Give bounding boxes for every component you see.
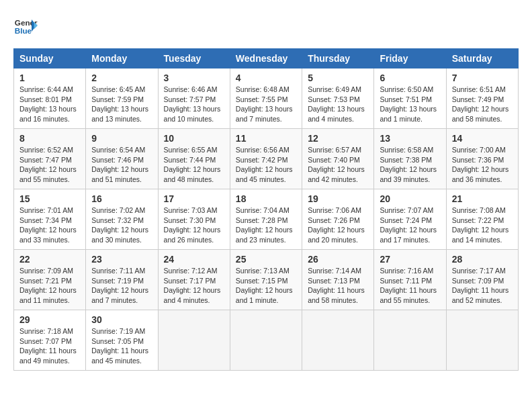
day-info: Sunrise: 6:50 AMSunset: 7:51 PMDaylight:…	[380, 85, 440, 124]
day-number: 23	[91, 254, 152, 265]
day-number: 14	[452, 133, 513, 144]
day-info: Sunrise: 6:48 AMSunset: 7:55 PMDaylight:…	[236, 85, 296, 124]
day-number: 5	[308, 73, 368, 83]
day-number: 15	[19, 193, 80, 204]
calendar-cell: 1 Sunrise: 6:44 AMSunset: 8:01 PMDayligh…	[14, 68, 86, 129]
header-monday: Monday	[86, 49, 158, 68]
day-info: Sunrise: 6:44 AMSunset: 8:01 PMDaylight:…	[19, 85, 80, 124]
day-number: 7	[452, 73, 513, 83]
day-number: 22	[19, 254, 80, 265]
day-info: Sunrise: 7:14 AMSunset: 7:13 PMDaylight:…	[308, 266, 368, 306]
calendar-cell: 22 Sunrise: 7:09 AMSunset: 7:21 PMDaylig…	[14, 250, 86, 310]
calendar-cell: 23 Sunrise: 7:11 AMSunset: 7:19 PMDaylig…	[86, 250, 158, 310]
header-wednesday: Wednesday	[230, 49, 302, 68]
day-number: 21	[452, 193, 513, 204]
header-thursday: Thursday	[302, 49, 374, 68]
calendar-cell	[302, 310, 374, 371]
calendar-cell	[158, 310, 230, 371]
day-info: Sunrise: 6:57 AMSunset: 7:40 PMDaylight:…	[308, 145, 368, 185]
day-info: Sunrise: 6:55 AMSunset: 7:44 PMDaylight:…	[164, 145, 224, 185]
day-number: 19	[308, 193, 368, 204]
calendar-week-3: 15 Sunrise: 7:01 AMSunset: 7:34 PMDaylig…	[14, 189, 519, 250]
day-number: 25	[236, 254, 296, 265]
day-number: 9	[91, 133, 152, 144]
day-number: 30	[91, 314, 152, 325]
day-number: 26	[308, 254, 368, 265]
calendar-cell: 7 Sunrise: 6:51 AMSunset: 7:49 PMDayligh…	[446, 68, 518, 129]
day-info: Sunrise: 6:49 AMSunset: 7:53 PMDaylight:…	[308, 85, 368, 124]
day-number: 27	[380, 254, 440, 265]
day-info: Sunrise: 6:46 AMSunset: 7:57 PMDaylight:…	[164, 85, 224, 124]
day-info: Sunrise: 6:45 AMSunset: 7:59 PMDaylight:…	[91, 85, 152, 124]
calendar-cell: 11 Sunrise: 6:56 AMSunset: 7:42 PMDaylig…	[230, 129, 302, 189]
day-number: 1	[19, 73, 80, 83]
day-info: Sunrise: 6:52 AMSunset: 7:47 PMDaylight:…	[19, 145, 80, 185]
day-info: Sunrise: 7:02 AMSunset: 7:32 PMDaylight:…	[91, 205, 152, 245]
header-sunday: Sunday	[14, 49, 86, 68]
logo-icon: General Blue	[13, 13, 38, 38]
calendar-cell: 8 Sunrise: 6:52 AMSunset: 7:47 PMDayligh…	[14, 129, 86, 189]
calendar-cell: 27 Sunrise: 7:16 AMSunset: 7:11 PMDaylig…	[374, 250, 446, 310]
calendar-week-2: 8 Sunrise: 6:52 AMSunset: 7:47 PMDayligh…	[14, 129, 519, 189]
day-number: 28	[452, 254, 513, 265]
calendar-cell: 4 Sunrise: 6:48 AMSunset: 7:55 PMDayligh…	[230, 68, 302, 129]
calendar-cell: 18 Sunrise: 7:04 AMSunset: 7:28 PMDaylig…	[230, 189, 302, 250]
calendar-week-5: 29 Sunrise: 7:18 AMSunset: 7:07 PMDaylig…	[14, 310, 519, 371]
day-info: Sunrise: 6:58 AMSunset: 7:38 PMDaylight:…	[380, 145, 440, 185]
calendar-week-1: 1 Sunrise: 6:44 AMSunset: 8:01 PMDayligh…	[14, 68, 519, 129]
day-info: Sunrise: 7:07 AMSunset: 7:24 PMDaylight:…	[380, 205, 440, 245]
day-number: 24	[164, 254, 224, 265]
day-number: 16	[91, 193, 152, 204]
day-info: Sunrise: 7:09 AMSunset: 7:21 PMDaylight:…	[19, 266, 80, 306]
calendar-cell: 14 Sunrise: 7:00 AMSunset: 7:36 PMDaylig…	[446, 129, 518, 189]
day-info: Sunrise: 7:11 AMSunset: 7:19 PMDaylight:…	[91, 266, 152, 306]
day-number: 4	[236, 73, 296, 83]
day-number: 8	[19, 133, 80, 144]
page-header: General Blue	[13, 13, 519, 38]
day-info: Sunrise: 7:08 AMSunset: 7:22 PMDaylight:…	[452, 205, 513, 245]
logo: General Blue	[13, 13, 38, 38]
calendar-cell: 24 Sunrise: 7:12 AMSunset: 7:17 PMDaylig…	[158, 250, 230, 310]
calendar-cell: 17 Sunrise: 7:03 AMSunset: 7:30 PMDaylig…	[158, 189, 230, 250]
svg-text:Blue: Blue	[15, 26, 32, 35]
calendar-cell	[446, 310, 518, 371]
day-info: Sunrise: 6:51 AMSunset: 7:49 PMDaylight:…	[452, 85, 513, 124]
calendar-cell: 15 Sunrise: 7:01 AMSunset: 7:34 PMDaylig…	[14, 189, 86, 250]
header-tuesday: Tuesday	[158, 49, 230, 68]
calendar-cell: 29 Sunrise: 7:18 AMSunset: 7:07 PMDaylig…	[14, 310, 86, 371]
calendar-cell	[230, 310, 302, 371]
calendar-cell: 5 Sunrise: 6:49 AMSunset: 7:53 PMDayligh…	[302, 68, 374, 129]
calendar-cell	[374, 310, 446, 371]
day-info: Sunrise: 7:17 AMSunset: 7:09 PMDaylight:…	[452, 266, 513, 306]
calendar-week-4: 22 Sunrise: 7:09 AMSunset: 7:21 PMDaylig…	[14, 250, 519, 310]
day-number: 10	[164, 133, 224, 144]
calendar-cell: 2 Sunrise: 6:45 AMSunset: 7:59 PMDayligh…	[86, 68, 158, 129]
day-number: 11	[236, 133, 296, 144]
calendar-cell: 26 Sunrise: 7:14 AMSunset: 7:13 PMDaylig…	[302, 250, 374, 310]
day-number: 17	[164, 193, 224, 204]
calendar-cell: 16 Sunrise: 7:02 AMSunset: 7:32 PMDaylig…	[86, 189, 158, 250]
calendar-cell: 10 Sunrise: 6:55 AMSunset: 7:44 PMDaylig…	[158, 129, 230, 189]
day-info: Sunrise: 7:01 AMSunset: 7:34 PMDaylight:…	[19, 205, 80, 245]
day-info: Sunrise: 7:13 AMSunset: 7:15 PMDaylight:…	[236, 266, 296, 306]
day-number: 6	[380, 73, 440, 83]
day-info: Sunrise: 7:03 AMSunset: 7:30 PMDaylight:…	[164, 205, 224, 245]
calendar-table: SundayMondayTuesdayWednesdayThursdayFrid…	[13, 48, 519, 371]
header-friday: Friday	[374, 49, 446, 68]
calendar-cell: 12 Sunrise: 6:57 AMSunset: 7:40 PMDaylig…	[302, 129, 374, 189]
day-number: 12	[308, 133, 368, 144]
day-number: 20	[380, 193, 440, 204]
calendar-cell: 6 Sunrise: 6:50 AMSunset: 7:51 PMDayligh…	[374, 68, 446, 129]
day-info: Sunrise: 6:56 AMSunset: 7:42 PMDaylight:…	[236, 145, 296, 185]
calendar-cell: 28 Sunrise: 7:17 AMSunset: 7:09 PMDaylig…	[446, 250, 518, 310]
day-info: Sunrise: 7:06 AMSunset: 7:26 PMDaylight:…	[308, 205, 368, 245]
calendar-cell: 9 Sunrise: 6:54 AMSunset: 7:46 PMDayligh…	[86, 129, 158, 189]
day-info: Sunrise: 7:00 AMSunset: 7:36 PMDaylight:…	[452, 145, 513, 185]
calendar-cell: 21 Sunrise: 7:08 AMSunset: 7:22 PMDaylig…	[446, 189, 518, 250]
calendar-cell: 19 Sunrise: 7:06 AMSunset: 7:26 PMDaylig…	[302, 189, 374, 250]
day-number: 13	[380, 133, 440, 144]
calendar-cell: 25 Sunrise: 7:13 AMSunset: 7:15 PMDaylig…	[230, 250, 302, 310]
calendar-cell: 3 Sunrise: 6:46 AMSunset: 7:57 PMDayligh…	[158, 68, 230, 129]
calendar-header-row: SundayMondayTuesdayWednesdayThursdayFrid…	[14, 49, 519, 68]
day-number: 3	[164, 73, 224, 83]
